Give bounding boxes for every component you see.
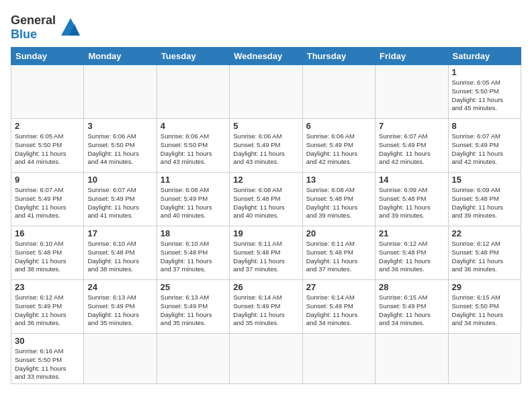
calendar-cell: 13Sunrise: 6:08 AM Sunset: 5:48 PM Dayli… (302, 173, 375, 226)
col-header-friday: Friday (375, 48, 448, 65)
day-number: 18 (161, 228, 226, 238)
day-info: Sunrise: 6:12 AM Sunset: 5:48 PM Dayligh… (379, 240, 444, 274)
calendar-cell: 12Sunrise: 6:08 AM Sunset: 5:48 PM Dayli… (230, 173, 302, 226)
calendar-cell (302, 334, 375, 384)
day-info: Sunrise: 6:15 AM Sunset: 5:49 PM Dayligh… (379, 293, 444, 328)
day-number: 13 (306, 175, 371, 185)
calendar-cell (157, 65, 229, 119)
day-number: 6 (306, 121, 371, 131)
calendar-cell: 8Sunrise: 6:07 AM Sunset: 5:49 PM Daylig… (448, 119, 521, 173)
calendar-cell (230, 334, 302, 384)
col-header-sunday: Sunday (11, 48, 84, 65)
calendar-cell (448, 334, 521, 384)
calendar-cell: 23Sunrise: 6:12 AM Sunset: 5:49 PM Dayli… (11, 280, 84, 334)
calendar-cell (302, 65, 375, 119)
day-info: Sunrise: 6:06 AM Sunset: 5:49 PM Dayligh… (306, 132, 371, 167)
page-header: General Blue (11, 11, 521, 42)
calendar-cell: 20Sunrise: 6:11 AM Sunset: 5:48 PM Dayli… (302, 226, 375, 280)
day-number: 16 (15, 228, 80, 238)
calendar-week-row: 23Sunrise: 6:12 AM Sunset: 5:49 PM Dayli… (11, 280, 521, 334)
calendar-cell: 4Sunrise: 6:06 AM Sunset: 5:50 PM Daylig… (157, 119, 229, 173)
logo-icon (58, 15, 83, 40)
calendar-cell: 2Sunrise: 6:05 AM Sunset: 5:50 PM Daylig… (11, 119, 84, 173)
calendar-cell: 22Sunrise: 6:12 AM Sunset: 5:48 PM Dayli… (448, 226, 521, 280)
calendar-cell: 25Sunrise: 6:13 AM Sunset: 5:49 PM Dayli… (157, 280, 229, 334)
day-info: Sunrise: 6:10 AM Sunset: 5:48 PM Dayligh… (15, 240, 80, 274)
day-info: Sunrise: 6:08 AM Sunset: 5:49 PM Dayligh… (161, 186, 226, 220)
calendar-week-row: 1Sunrise: 6:05 AM Sunset: 5:50 PM Daylig… (11, 65, 521, 119)
day-info: Sunrise: 6:16 AM Sunset: 5:50 PM Dayligh… (15, 347, 80, 381)
day-info: Sunrise: 6:10 AM Sunset: 5:48 PM Dayligh… (161, 240, 226, 274)
day-number: 24 (87, 282, 152, 292)
calendar-cell: 26Sunrise: 6:14 AM Sunset: 5:49 PM Dayli… (230, 280, 302, 334)
col-header-wednesday: Wednesday (230, 48, 302, 65)
day-number: 30 (15, 336, 80, 346)
logo-blue-text: Blue (11, 28, 37, 41)
calendar-cell: 30Sunrise: 6:16 AM Sunset: 5:50 PM Dayli… (11, 334, 84, 384)
day-info: Sunrise: 6:14 AM Sunset: 5:49 PM Dayligh… (306, 293, 371, 328)
day-number: 26 (233, 282, 298, 292)
calendar-cell: 24Sunrise: 6:13 AM Sunset: 5:49 PM Dayli… (84, 280, 157, 334)
calendar-table: SundayMondayTuesdayWednesdayThursdayFrid… (11, 47, 521, 384)
day-info: Sunrise: 6:06 AM Sunset: 5:49 PM Dayligh… (233, 132, 298, 167)
day-info: Sunrise: 6:05 AM Sunset: 5:50 PM Dayligh… (15, 132, 80, 167)
day-number: 22 (452, 228, 517, 238)
calendar-cell (375, 65, 448, 119)
day-info: Sunrise: 6:13 AM Sunset: 5:49 PM Dayligh… (161, 293, 226, 328)
calendar-cell: 21Sunrise: 6:12 AM Sunset: 5:48 PM Dayli… (375, 226, 448, 280)
day-number: 27 (306, 282, 371, 292)
calendar-week-row: 9Sunrise: 6:07 AM Sunset: 5:49 PM Daylig… (11, 173, 521, 226)
day-number: 1 (452, 67, 517, 77)
day-number: 7 (379, 121, 444, 131)
day-number: 3 (87, 121, 152, 131)
day-info: Sunrise: 6:07 AM Sunset: 5:49 PM Dayligh… (87, 186, 152, 220)
day-info: Sunrise: 6:12 AM Sunset: 5:48 PM Dayligh… (452, 240, 517, 274)
day-number: 14 (379, 175, 444, 185)
calendar-cell: 11Sunrise: 6:08 AM Sunset: 5:49 PM Dayli… (157, 173, 229, 226)
calendar-cell: 28Sunrise: 6:15 AM Sunset: 5:49 PM Dayli… (375, 280, 448, 334)
calendar-cell: 18Sunrise: 6:10 AM Sunset: 5:48 PM Dayli… (157, 226, 229, 280)
day-info: Sunrise: 6:12 AM Sunset: 5:49 PM Dayligh… (15, 293, 80, 328)
calendar-cell (230, 65, 302, 119)
day-info: Sunrise: 6:06 AM Sunset: 5:50 PM Dayligh… (161, 132, 226, 167)
day-number: 4 (161, 121, 226, 131)
calendar-cell: 1Sunrise: 6:05 AM Sunset: 5:50 PM Daylig… (448, 65, 521, 119)
day-number: 5 (233, 121, 298, 131)
day-number: 19 (233, 228, 298, 238)
day-info: Sunrise: 6:11 AM Sunset: 5:48 PM Dayligh… (306, 240, 371, 274)
calendar-cell: 14Sunrise: 6:09 AM Sunset: 5:48 PM Dayli… (375, 173, 448, 226)
day-number: 28 (379, 282, 444, 292)
calendar-cell (11, 65, 84, 119)
day-number: 20 (306, 228, 371, 238)
calendar-cell: 7Sunrise: 6:07 AM Sunset: 5:49 PM Daylig… (375, 119, 448, 173)
day-number: 21 (379, 228, 444, 238)
day-number: 23 (15, 282, 80, 292)
calendar-week-row: 16Sunrise: 6:10 AM Sunset: 5:48 PM Dayli… (11, 226, 521, 280)
calendar-cell: 10Sunrise: 6:07 AM Sunset: 5:49 PM Dayli… (84, 173, 157, 226)
calendar-cell: 6Sunrise: 6:06 AM Sunset: 5:49 PM Daylig… (302, 119, 375, 173)
day-info: Sunrise: 6:05 AM Sunset: 5:50 PM Dayligh… (452, 79, 517, 113)
col-header-thursday: Thursday (302, 48, 375, 65)
day-number: 15 (452, 175, 517, 185)
day-number: 8 (452, 121, 517, 131)
day-info: Sunrise: 6:07 AM Sunset: 5:49 PM Dayligh… (379, 132, 444, 167)
calendar-cell: 19Sunrise: 6:11 AM Sunset: 5:48 PM Dayli… (230, 226, 302, 280)
day-info: Sunrise: 6:10 AM Sunset: 5:48 PM Dayligh… (87, 240, 152, 274)
day-info: Sunrise: 6:07 AM Sunset: 5:49 PM Dayligh… (15, 186, 80, 220)
calendar-cell: 17Sunrise: 6:10 AM Sunset: 5:48 PM Dayli… (84, 226, 157, 280)
day-number: 17 (87, 228, 152, 238)
day-info: Sunrise: 6:13 AM Sunset: 5:49 PM Dayligh… (87, 293, 152, 328)
day-info: Sunrise: 6:08 AM Sunset: 5:48 PM Dayligh… (233, 186, 298, 220)
calendar-cell: 27Sunrise: 6:14 AM Sunset: 5:49 PM Dayli… (302, 280, 375, 334)
calendar-cell: 15Sunrise: 6:09 AM Sunset: 5:48 PM Dayli… (448, 173, 521, 226)
col-header-tuesday: Tuesday (157, 48, 229, 65)
calendar-cell: 16Sunrise: 6:10 AM Sunset: 5:48 PM Dayli… (11, 226, 84, 280)
calendar-cell (84, 65, 157, 119)
day-info: Sunrise: 6:14 AM Sunset: 5:49 PM Dayligh… (233, 293, 298, 328)
calendar-cell (84, 334, 157, 384)
day-info: Sunrise: 6:11 AM Sunset: 5:48 PM Dayligh… (233, 240, 298, 274)
calendar-cell: 3Sunrise: 6:06 AM Sunset: 5:50 PM Daylig… (84, 119, 157, 173)
day-info: Sunrise: 6:08 AM Sunset: 5:48 PM Dayligh… (306, 186, 371, 220)
calendar-cell: 29Sunrise: 6:15 AM Sunset: 5:50 PM Dayli… (448, 280, 521, 334)
logo-general-text: General Blue (11, 13, 56, 42)
